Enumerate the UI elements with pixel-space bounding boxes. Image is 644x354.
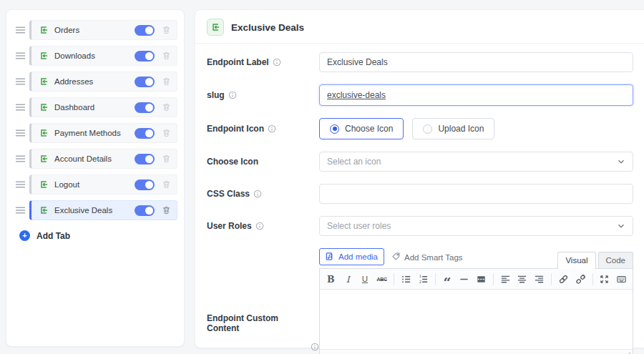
drag-handle-icon[interactable] [11,25,29,35]
css-class-label: CSS Class [207,189,250,199]
endpoint-icon [39,25,49,35]
chevron-down-icon [617,222,625,230]
sidebar-item-label: Addresses [54,77,93,86]
editor-toolbar: B I U ABC [320,269,633,290]
endpoint-icon-badge [207,19,224,36]
sidebar-item-label: Logout [54,180,79,189]
enable-toggle[interactable] [135,77,155,87]
more-tag-button[interactable] [473,270,489,287]
user-roles-label: User Roles [207,221,252,231]
add-tab-button[interactable]: + Add Tab [19,230,177,241]
blockquote-button[interactable]: “ [439,270,456,287]
underline-button[interactable]: U [357,270,374,287]
trash-icon[interactable] [162,25,171,35]
resize-handle[interactable] [624,351,631,354]
info-icon[interactable] [253,190,262,198]
form-row-choose-icon: Choose Icon Select an icon [207,152,633,172]
form-row-slug: slug [207,84,633,106]
add-tab-label: Add Tab [36,231,70,241]
sidebar-item-downloads[interactable]: Downloads [29,46,177,66]
enable-toggle[interactable] [135,128,155,139]
numbered-list-button[interactable]: 1 2 [415,270,431,287]
drag-handle-icon[interactable] [11,77,29,87]
tab-visual[interactable]: Visual [557,252,595,269]
editor-content-area[interactable] [320,290,633,349]
endpoint-form: Endpoint Label slug [195,44,644,354]
drag-handle-icon[interactable] [11,102,29,112]
drag-handle-icon[interactable] [11,180,29,190]
sidebar-row: Addresses [11,72,177,92]
slug-input[interactable] [319,84,633,106]
css-class-input[interactable] [319,184,633,204]
enable-toggle[interactable] [135,180,155,190]
toolbar-toggle-button[interactable] [613,270,630,287]
info-icon[interactable] [311,343,319,351]
trash-icon[interactable] [162,51,171,61]
drag-handle-icon[interactable] [11,128,29,138]
sidebar-item-account-details[interactable]: Account Details [29,149,177,169]
add-media-button[interactable]: Add media [319,248,384,265]
editor-media-row: Add media Add Smart Tags Visual [319,248,633,268]
page: Orders Downloads Addresses [0,0,644,354]
sidebar-item-exclusive-deals[interactable]: Exclusive Deals [29,200,177,220]
info-icon[interactable] [268,124,276,133]
endpoint-label-input[interactable] [319,52,633,72]
sidebar-item-dashboard[interactable]: Dashboard [29,97,177,117]
sidebar-item-addresses[interactable]: Addresses [29,72,177,92]
toolbar-separator [592,273,593,285]
editor-status-bar [320,349,633,354]
enable-toggle[interactable] [135,154,155,164]
enable-toggle[interactable] [135,51,155,62]
trash-icon[interactable] [162,128,171,138]
tag-icon [391,252,401,262]
sidebar-item-payment-methods[interactable]: Payment Methods [29,123,177,143]
drag-handle-icon[interactable] [11,205,29,215]
sidebar-row: Dashboard [11,97,177,117]
trash-icon[interactable] [162,180,171,190]
bulleted-list-button[interactable] [398,270,414,287]
form-row-css-class: CSS Class [207,184,633,204]
upload-icon-radio[interactable]: Upload Icon [412,118,494,139]
info-icon[interactable] [255,222,264,230]
unlink-button[interactable] [572,270,589,287]
align-left-button[interactable] [497,270,514,287]
strikethrough-button[interactable]: ABC [374,270,390,287]
toolbar-separator [435,273,436,285]
fullscreen-button[interactable] [597,270,613,287]
italic-button[interactable]: I [340,270,356,287]
endpoint-icon-label: Endpoint Icon [207,124,264,134]
trash-icon[interactable] [162,77,171,87]
sidebar-row: Downloads [11,46,177,66]
user-roles-select[interactable]: Select user roles [319,216,633,236]
trash-icon[interactable] [162,154,171,164]
trash-icon[interactable] [162,102,171,112]
enable-toggle[interactable] [135,25,155,36]
horizontal-rule-button[interactable] [456,270,472,287]
wysiwyg-editor: Add media Add Smart Tags Visual [319,248,633,354]
radio-dot [423,124,432,134]
form-row-endpoint-label: Endpoint Label [207,52,633,72]
endpoint-label-label: Endpoint Label [207,57,269,67]
align-center-button[interactable] [514,270,531,287]
bold-button[interactable]: B [323,270,339,287]
drag-handle-icon[interactable] [11,154,29,164]
tab-code[interactable]: Code [598,252,634,268]
endpoint-icon [39,128,49,138]
link-button[interactable] [555,270,572,287]
info-icon[interactable] [273,58,281,67]
sidebar-item-logout[interactable]: Logout [29,174,177,195]
enable-toggle[interactable] [135,205,155,216]
choose-icon-radio[interactable]: Choose Icon [319,118,404,139]
plus-icon: + [19,230,30,241]
choose-icon-select[interactable]: Select an icon [319,152,633,172]
add-smart-tags-button[interactable]: Add Smart Tags [391,252,463,262]
trash-icon[interactable] [162,205,171,215]
radio-dot [330,124,339,134]
endpoint-icon [39,77,49,87]
align-right-button[interactable] [531,270,547,287]
drag-handle-icon[interactable] [11,51,29,61]
sidebar-item-orders[interactable]: Orders [29,20,177,40]
choose-icon-label: Choose Icon [207,157,258,167]
info-icon[interactable] [228,91,237,99]
enable-toggle[interactable] [135,102,155,113]
